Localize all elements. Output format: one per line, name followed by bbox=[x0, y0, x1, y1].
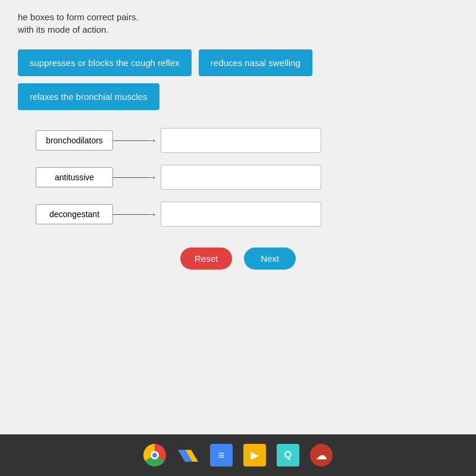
term-antitussive: antitussive bbox=[36, 167, 113, 187]
arrow-broncho bbox=[113, 134, 161, 147]
arrow-antitussive bbox=[113, 171, 161, 184]
term-decongestant: decongestant bbox=[36, 204, 113, 224]
drop-box-decongestant[interactable] bbox=[161, 202, 321, 227]
instruction-line1: he boxes to form correct pairs. bbox=[18, 12, 458, 22]
match-row-broncho: bronchodilators bbox=[36, 128, 458, 153]
reset-button[interactable]: Reset bbox=[180, 248, 232, 270]
drag-items-area: suppresses or blocks the cough reflex re… bbox=[18, 49, 458, 110]
drive-icon[interactable] bbox=[177, 444, 199, 466]
main-screen: he boxes to form correct pairs. with its… bbox=[0, 0, 476, 434]
term-bronchodilators: bronchodilators bbox=[36, 130, 113, 151]
drag-item-reduces[interactable]: reduces nasal swelling bbox=[199, 49, 312, 76]
match-row-decongestant: decongestant bbox=[36, 202, 458, 227]
instruction-line2: with its mode of action. bbox=[18, 24, 458, 35]
drop-box-broncho[interactable] bbox=[161, 128, 321, 153]
match-row-antitussive: antitussive bbox=[36, 165, 458, 190]
red-app-icon[interactable]: ☁ bbox=[310, 444, 333, 466]
next-button[interactable]: Next bbox=[244, 248, 296, 270]
drag-item-suppress[interactable]: suppresses or blocks the cough reflex bbox=[18, 49, 192, 76]
chrome-icon[interactable] bbox=[143, 444, 166, 466]
arrow-decongestant bbox=[113, 208, 161, 221]
matching-area: bronchodilators antitussive decongestant bbox=[36, 128, 458, 227]
docs-icon[interactable]: ≡ bbox=[210, 444, 233, 466]
slides-icon[interactable]: ▶ bbox=[243, 444, 266, 466]
drop-box-antitussive[interactable] bbox=[161, 165, 321, 190]
buttons-area: Reset Next bbox=[18, 248, 458, 270]
taskbar: ≡ ▶ Q ☁ bbox=[0, 434, 476, 476]
quizlet-icon[interactable]: Q bbox=[277, 444, 299, 466]
drag-item-relaxes[interactable]: relaxes the bronchial muscles bbox=[18, 83, 159, 110]
